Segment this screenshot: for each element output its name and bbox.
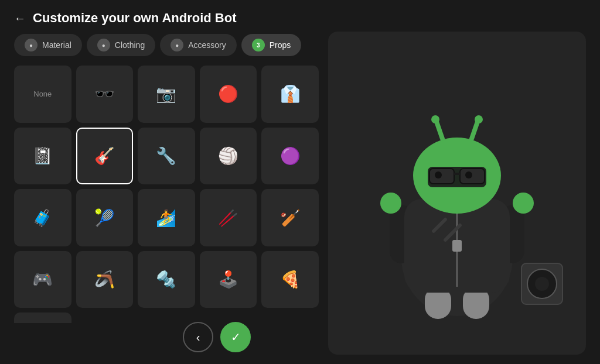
- svg-point-18: [475, 115, 483, 123]
- svg-rect-7: [452, 240, 462, 252]
- accessory-tab-label: Accessory: [188, 40, 226, 50]
- tab-props[interactable]: 3Props: [241, 34, 302, 56]
- grid-item-hat[interactable]: 🩷: [14, 313, 71, 323]
- svg-point-26: [513, 193, 534, 214]
- back-button[interactable]: ←: [14, 12, 26, 25]
- android-preview: [328, 32, 586, 355]
- svg-point-13: [435, 171, 442, 178]
- svg-point-24: [535, 277, 549, 291]
- grid-item-none[interactable]: None: [14, 66, 71, 123]
- grid-item-suitcase[interactable]: 🧳: [14, 189, 71, 246]
- grid-item-bat[interactable]: 🏏: [261, 189, 319, 246]
- previous-button[interactable]: ‹: [183, 322, 213, 352]
- props-grid: None🕶️📷🔴👔📓🎸🔧🏐🟣🧳🎾🏄🥢🏏🎮🪃🔩🕹️🍕🩷: [14, 66, 319, 323]
- main-content: ●Material●Clothing●Accessory3Props None🕶…: [0, 32, 600, 355]
- grid-item-tie[interactable]: 👔: [261, 66, 319, 123]
- grid-item-chopsticks[interactable]: 🥢: [200, 189, 257, 246]
- confirm-button[interactable]: ✓: [220, 322, 251, 352]
- grid-item-purple[interactable]: 🟣: [261, 128, 319, 185]
- clothing-tab-label: Clothing: [115, 40, 145, 50]
- tab-material[interactable]: ●Material: [14, 34, 82, 56]
- svg-point-25: [380, 193, 401, 214]
- svg-rect-12: [454, 173, 460, 175]
- svg-rect-10: [429, 169, 454, 184]
- grid-item-racket[interactable]: 🎾: [76, 189, 134, 246]
- svg-point-16: [431, 115, 439, 123]
- material-tab-label: Material: [42, 40, 71, 50]
- tabs-bar: ●Material●Clothing●Accessory3Props: [14, 32, 319, 59]
- android-bot-image: [346, 59, 568, 328]
- accessory-tab-icon: ●: [171, 39, 183, 51]
- grid-item-pizza[interactable]: 🍕: [261, 251, 319, 308]
- grid-item-gamepad[interactable]: 🎮: [14, 251, 71, 308]
- preview-panel: [328, 32, 586, 355]
- grid-item-pipe[interactable]: 🔩: [138, 251, 195, 308]
- props-tab-icon: 3: [252, 39, 265, 51]
- grid-item-tools[interactable]: 🔧: [138, 128, 195, 185]
- svg-line-17: [472, 122, 478, 139]
- grid-item-ball[interactable]: 🏐: [200, 128, 257, 185]
- tab-clothing[interactable]: ●Clothing: [87, 34, 155, 56]
- props-tab-label: Props: [270, 40, 291, 50]
- grid-item-surf[interactable]: 🏄: [138, 189, 195, 246]
- svg-rect-11: [460, 169, 485, 184]
- grid-item-glasses1[interactable]: 🕶️: [76, 66, 134, 123]
- tab-accessory[interactable]: ●Accessory: [160, 34, 237, 56]
- bottom-navigation: ‹ ✓: [183, 322, 251, 352]
- back-arrow-icon: ←: [14, 12, 26, 25]
- page-title: Customize your own Android Bot: [33, 11, 237, 26]
- grid-item-band[interactable]: 🔴: [200, 66, 257, 123]
- left-panel: ●Material●Clothing●Accessory3Props None🕶…: [14, 32, 319, 355]
- svg-line-15: [437, 122, 442, 139]
- grid-item-boomerang[interactable]: 🪃: [76, 251, 134, 308]
- grid-item-book[interactable]: 📓: [14, 128, 71, 185]
- grid-item-cam[interactable]: 📷: [138, 66, 195, 123]
- material-tab-icon: ●: [25, 39, 38, 51]
- svg-point-14: [465, 171, 472, 178]
- clothing-tab-icon: ●: [97, 39, 110, 51]
- grid-item-console[interactable]: 🕹️: [200, 251, 257, 308]
- grid-item-guitar[interactable]: 🎸: [76, 128, 134, 185]
